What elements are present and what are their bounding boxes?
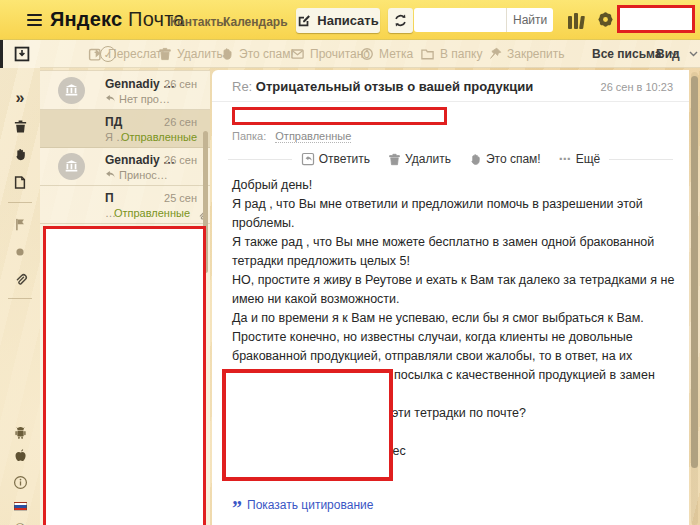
chevron-down-icon: [689, 51, 698, 57]
replied-arrow-icon: [105, 170, 116, 180]
list-item-selected[interactable]: ПД 26 сен Я … Отправленные: [40, 110, 210, 148]
list-item-date: 25 сен: [164, 192, 197, 204]
show-quote-label: Показать цитирование: [247, 498, 373, 512]
list-item-date: 26 сен: [164, 154, 197, 166]
subject-text: Отрицательный отзыв о вашей продукции: [256, 79, 533, 94]
nav-contacts[interactable]: Контакты: [170, 15, 227, 29]
message-actions: Ответить Удалить Это спам! ⋯ Ещё: [228, 148, 673, 170]
rail-flagged[interactable]: [0, 210, 40, 238]
list-item-snippet: Принос…: [119, 169, 168, 181]
logo-brand: Яндекс: [50, 8, 122, 30]
list-item[interactable]: П 25 сен … Отправленные: [40, 186, 210, 224]
list-item[interactable]: Gennadiy … 26 сен Принос…: [40, 148, 210, 186]
toolbar-to-folder-label: В папку: [440, 47, 482, 61]
toolbar-read[interactable]: Прочитано: [290, 40, 370, 68]
toolbar-delete-label: Удалить: [177, 47, 223, 61]
rail-inbox[interactable]: [0, 40, 40, 68]
redaction-box-list: [43, 226, 206, 525]
toolbar-delete[interactable]: Удалить: [158, 40, 223, 68]
message-toolbar: ✓ Переслать Удалить Это спам! Прочитано …: [40, 40, 700, 68]
android-icon: [13, 425, 28, 440]
spam-hand-icon: [220, 47, 234, 61]
reply-button[interactable]: Ответить: [301, 152, 370, 166]
avatar-photo: [58, 191, 85, 218]
view-dropdown[interactable]: Вид: [656, 40, 698, 68]
body-paragraph: Добрый день!: [232, 176, 682, 195]
rail-sent[interactable]: »: [0, 84, 40, 112]
paperclip-icon: [13, 273, 28, 288]
refresh-icon: [393, 13, 408, 28]
nav-calendar[interactable]: Календарь: [223, 15, 288, 29]
folder-rail: » ©: [0, 40, 40, 525]
view-dropdown-label: Вид: [656, 47, 680, 61]
more-label: Ещё: [576, 152, 601, 166]
dot-icon: [15, 247, 25, 257]
double-chevron-icon: »: [16, 89, 25, 107]
body-paragraph: Я также рад , что Вы мне можете бесплатн…: [232, 233, 682, 271]
trash-icon: [158, 47, 172, 61]
rail-trash[interactable]: [0, 112, 40, 140]
list-item-folder-badge: Отправленные: [114, 207, 190, 219]
apple-icon: [13, 448, 28, 464]
forward-icon: [88, 47, 103, 62]
more-button[interactable]: ⋯ Ещё: [559, 152, 601, 166]
message-subject: Re: Отрицательный отзыв о вашей продукци…: [232, 79, 533, 94]
compose-label: Написать: [317, 13, 378, 28]
rail-divider: [8, 202, 32, 203]
toolbar-forward[interactable]: Переслать: [88, 40, 168, 68]
settings-gear-icon[interactable]: [596, 10, 615, 33]
folder-label: Папка:: [232, 130, 266, 142]
body-paragraph: НО, простите я живу в Реутове и ехать к …: [232, 271, 682, 309]
replied-arrow-icon: [105, 94, 116, 104]
subject-row: Re: Отрицательный отзыв о вашей продукци…: [212, 70, 689, 102]
list-item[interactable]: Gennadiy … 26 сен Нет про…: [40, 72, 210, 110]
rail-unread[interactable]: [0, 238, 40, 266]
body-paragraph: Да и по времени я к Вам не успеваю, если…: [232, 309, 682, 328]
search-input[interactable]: [414, 8, 506, 32]
trash-icon: [13, 119, 28, 134]
spam-label: Это спам!: [486, 152, 541, 166]
list-item-sender: ПД: [105, 115, 122, 129]
yandex-mail-logo[interactable]: Яндекс Почта: [50, 8, 185, 31]
reply-label: Ответить: [319, 152, 370, 166]
quote-icon: ”: [232, 503, 242, 513]
filter-dropdown-label: Все письма: [592, 47, 661, 61]
folder-icon: [420, 47, 435, 61]
pin-icon: [488, 47, 502, 61]
rail-copyright: ©: [0, 514, 40, 525]
envelope-icon: [290, 47, 305, 61]
rail-attachments[interactable]: [0, 266, 40, 294]
delete-button[interactable]: Удалить: [388, 152, 451, 166]
avatar-bank-icon: [58, 77, 85, 104]
rail-drafts[interactable]: [0, 168, 40, 196]
list-item-folder-badge: Отправленные: [121, 131, 197, 143]
collectors-icon[interactable]: [568, 12, 586, 29]
show-quote-link[interactable]: ” Показать цитирование: [232, 498, 373, 512]
list-item-date: 26 сен: [164, 116, 197, 128]
toolbar-pin[interactable]: Закрепить: [488, 40, 564, 68]
hamburger-menu-icon[interactable]: [27, 14, 42, 26]
redaction-box-sender: [232, 107, 447, 125]
toolbar-spam-label: Это спам!: [239, 47, 294, 61]
inbox-icon: [14, 46, 30, 62]
scrollbar-thumb[interactable]: [691, 76, 698, 468]
document-icon: [13, 175, 27, 190]
message-date: 26 сен в 10:23: [601, 81, 673, 93]
compose-button[interactable]: Написать: [296, 8, 380, 33]
folder-link[interactable]: Отправленные: [275, 130, 351, 143]
refresh-button[interactable]: [388, 8, 413, 33]
trash-icon: [388, 153, 401, 166]
search-button[interactable]: Найти: [506, 8, 553, 32]
reply-icon: [301, 152, 315, 166]
toolbar-label[interactable]: Метка: [360, 40, 413, 68]
toolbar-to-folder[interactable]: В папку: [420, 40, 482, 68]
top-bar: Яндекс Почта Контакты Календарь Написать…: [0, 0, 700, 40]
delete-label: Удалить: [405, 152, 451, 166]
spam-button[interactable]: Это спам!: [469, 152, 541, 166]
spam-hand-icon: [469, 153, 482, 166]
rail-ios-app[interactable]: [0, 442, 40, 470]
divider: [228, 159, 292, 160]
toolbar-spam[interactable]: Это спам!: [220, 40, 294, 68]
tag-icon: [360, 47, 374, 61]
rail-spam[interactable]: [0, 140, 40, 168]
